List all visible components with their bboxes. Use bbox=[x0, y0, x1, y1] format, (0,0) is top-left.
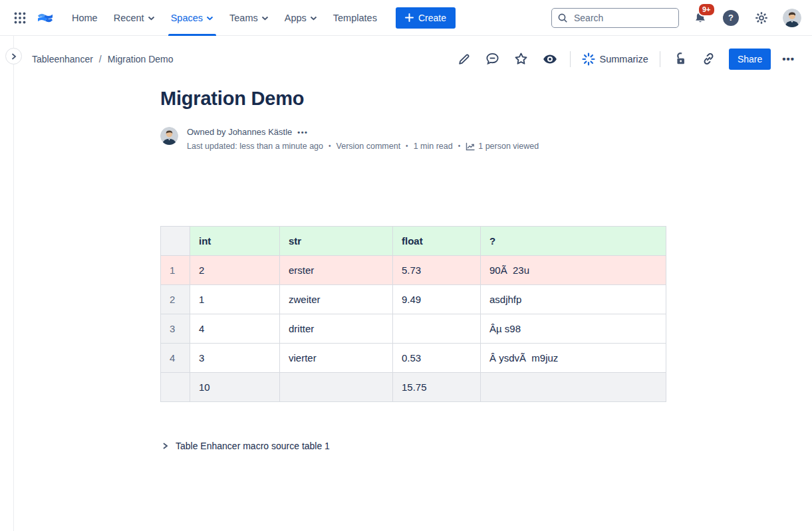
cell: 9.49 bbox=[393, 285, 481, 314]
author-avatar[interactable] bbox=[160, 127, 178, 145]
dot-separator: • bbox=[458, 140, 461, 153]
chevron-down-icon bbox=[148, 16, 155, 21]
unlock-restrictions-icon[interactable] bbox=[672, 51, 689, 68]
row-number bbox=[161, 373, 190, 402]
table-header-row: int str float ? bbox=[161, 227, 666, 256]
breadcrumb-space-link[interactable]: Tableenhancer bbox=[32, 54, 93, 64]
nav-item-label: Spaces bbox=[171, 13, 203, 23]
cell: erster bbox=[280, 256, 393, 285]
sidebar-collapsed-rail bbox=[13, 36, 14, 531]
cell: 5.73 bbox=[393, 256, 481, 285]
share-button[interactable]: Share bbox=[729, 49, 771, 70]
analytics-viewers-link[interactable]: 1 person viewed bbox=[466, 140, 539, 153]
top-navigation-bar: Home Recent Spaces Teams Apps bbox=[0, 0, 812, 36]
nav-item-recent[interactable]: Recent bbox=[107, 0, 162, 36]
table-row: 3 4 dritter Âµ s98 bbox=[161, 314, 666, 344]
search-input[interactable] bbox=[573, 12, 673, 24]
chevron-down-icon bbox=[261, 16, 269, 21]
user-avatar[interactable] bbox=[783, 9, 801, 27]
chevron-down-icon bbox=[206, 16, 213, 21]
cell: vierter bbox=[280, 344, 393, 373]
nav-item-label: Apps bbox=[285, 13, 307, 23]
expand-sidebar-button[interactable] bbox=[5, 48, 22, 64]
last-updated-text[interactable]: Last updated: less than a minute ago bbox=[187, 140, 323, 153]
column-header-question: ? bbox=[481, 227, 666, 256]
page-content: Migration Demo Owned by Johannes Kästle … bbox=[160, 88, 666, 451]
divider bbox=[570, 51, 571, 67]
confluence-logo-icon[interactable] bbox=[33, 7, 57, 29]
cell bbox=[481, 373, 666, 402]
analytics-chart-icon bbox=[466, 142, 475, 151]
row-number: 2 bbox=[161, 285, 190, 314]
edit-pencil-icon[interactable] bbox=[456, 51, 473, 68]
nav-item-apps[interactable]: Apps bbox=[278, 0, 324, 36]
nav-item-label: Recent bbox=[114, 13, 144, 23]
cell: Â ysdvÃ m9juz bbox=[481, 344, 666, 373]
table-row: 1 2 erster 5.73 90Ã 23u bbox=[161, 256, 666, 285]
cell: 0.53 bbox=[393, 344, 481, 373]
nav-item-label: Home bbox=[72, 13, 98, 23]
byline-more-button[interactable]: ••• bbox=[297, 126, 308, 139]
watch-eye-icon[interactable] bbox=[541, 51, 559, 68]
table-row: 4 3 vierter 0.53 Â ysdvÃ m9juz bbox=[161, 344, 666, 373]
row-number: 4 bbox=[161, 344, 190, 373]
copy-link-icon[interactable] bbox=[700, 51, 718, 68]
column-header-float: float bbox=[393, 227, 481, 256]
row-number: 3 bbox=[161, 314, 190, 344]
nav-item-label: Teams bbox=[229, 13, 258, 23]
cell: dritter bbox=[280, 314, 393, 344]
nav-item-teams[interactable]: Teams bbox=[223, 0, 275, 36]
owned-by-text[interactable]: Owned by Johannes Kästle bbox=[187, 126, 292, 139]
byline: Owned by Johannes Kästle ••• Last update… bbox=[160, 126, 666, 153]
create-button[interactable]: Create bbox=[396, 7, 456, 29]
chevron-right-icon bbox=[162, 442, 169, 450]
divider bbox=[660, 51, 660, 67]
dot-separator: • bbox=[406, 140, 408, 153]
create-button-label: Create bbox=[418, 13, 446, 23]
column-header-str: str bbox=[280, 227, 393, 256]
chevron-down-icon bbox=[310, 16, 317, 21]
search-box[interactable] bbox=[551, 8, 679, 28]
viewers-count-label: 1 person viewed bbox=[478, 140, 539, 153]
table-footer-row: 10 15.75 bbox=[161, 373, 666, 402]
nav-item-spaces[interactable]: Spaces bbox=[164, 0, 220, 36]
expand-macro-toggle[interactable]: Table Enhancer macro source table 1 bbox=[160, 441, 666, 451]
breadcrumb-separator: / bbox=[99, 54, 102, 64]
table-enhancer-result-table: int str float ? 1 2 erster 5.73 90Ã 23u … bbox=[160, 226, 666, 402]
cell bbox=[280, 373, 393, 402]
notification-count-badge: 9+ bbox=[698, 3, 716, 17]
corner-cell bbox=[161, 227, 190, 256]
row-number: 1 bbox=[161, 256, 190, 285]
settings-gear-icon[interactable] bbox=[752, 9, 771, 27]
page-header: Tableenhancer / Migration Demo bbox=[0, 36, 812, 70]
cell: 3 bbox=[190, 344, 280, 373]
cell: 1 bbox=[190, 285, 280, 314]
nav-item-templates[interactable]: Templates bbox=[327, 0, 384, 36]
column-header-int: int bbox=[190, 227, 280, 256]
comment-icon[interactable] bbox=[484, 51, 501, 68]
summarize-label: Summarize bbox=[600, 54, 648, 64]
cell: Âµ s98 bbox=[481, 314, 666, 344]
page-title: Migration Demo bbox=[160, 88, 666, 110]
cell: zweiter bbox=[280, 285, 393, 314]
more-actions-button[interactable]: ••• bbox=[782, 53, 795, 64]
summarize-button[interactable]: Summarize bbox=[582, 53, 648, 66]
table-row: 2 1 zweiter 9.49 asdjhfp bbox=[161, 285, 666, 314]
cell: 4 bbox=[190, 314, 280, 344]
app-switcher-icon[interactable] bbox=[9, 7, 31, 29]
version-comment-link[interactable]: Version comment bbox=[337, 140, 401, 153]
page-actions: Summarize Share ••• bbox=[456, 49, 795, 70]
plus-icon bbox=[405, 13, 414, 22]
breadcrumb-page-link[interactable]: Migration Demo bbox=[108, 54, 174, 64]
expand-macro-label: Table Enhancer macro source table 1 bbox=[176, 441, 330, 451]
search-icon bbox=[557, 13, 568, 23]
read-time-text: 1 min read bbox=[414, 140, 453, 153]
dot-separator: • bbox=[329, 140, 331, 153]
notifications-bell-icon[interactable]: 9+ bbox=[691, 9, 710, 27]
nav-item-home[interactable]: Home bbox=[65, 0, 104, 36]
help-icon[interactable]: ? bbox=[722, 9, 740, 27]
question-mark-glyph: ? bbox=[723, 10, 739, 26]
star-icon[interactable] bbox=[513, 51, 530, 68]
cell bbox=[393, 314, 481, 344]
ai-sparkle-icon bbox=[582, 53, 595, 66]
